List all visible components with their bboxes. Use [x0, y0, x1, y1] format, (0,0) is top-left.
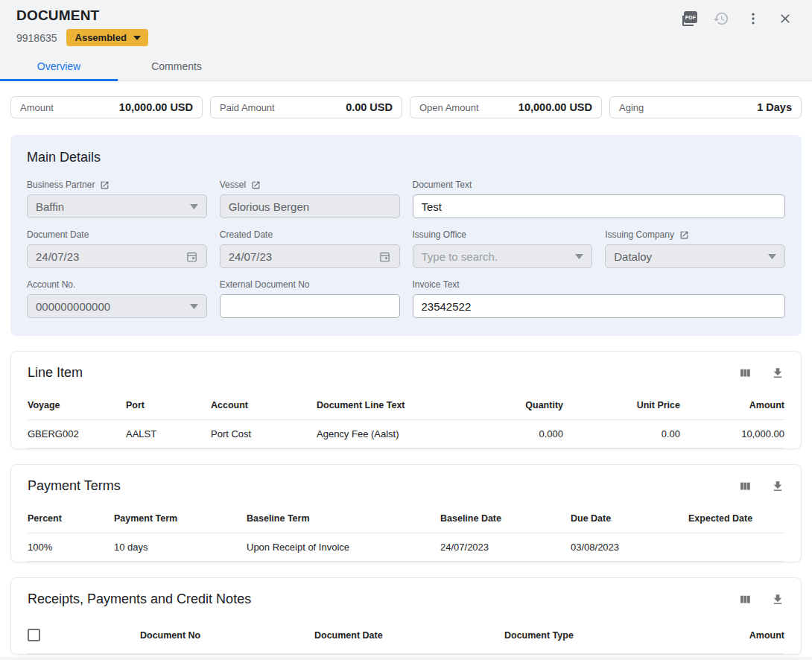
open-in-new-icon[interactable] — [679, 230, 689, 240]
column-settings-icon[interactable] — [738, 367, 752, 380]
open-in-new-icon[interactable] — [100, 180, 110, 190]
receipts-table: Document No Document Date Document Type … — [28, 618, 784, 654]
status-badge[interactable]: Assembled — [66, 29, 148, 46]
pdf-label-shape: PDF — [684, 11, 697, 23]
external-document-no-input[interactable] — [220, 294, 400, 318]
tab-bar: Overview Comments — [0, 53, 812, 81]
tab-overview[interactable]: Overview — [0, 53, 118, 80]
field-invoice-text: Invoice Text — [413, 279, 786, 318]
col-header-document-line-text: Document Line Text — [317, 392, 444, 420]
cell-port: AALST — [126, 420, 211, 448]
section-title-receipts: Receipts, Payments and Credit Notes — [28, 591, 251, 607]
column-settings-icon[interactable] — [738, 593, 752, 606]
field-label-text: Issuing Office — [413, 229, 466, 240]
selected-value: Dataloy — [614, 250, 652, 263]
summary-card-open-amount: Open Amount 10,000.00 USD — [410, 96, 602, 118]
field-business-partner: Business Partner Baffin — [27, 180, 207, 218]
selected-value: Baffin — [36, 200, 64, 213]
status-badge-label: Assembled — [75, 32, 127, 43]
field-issuing-company: Issuing Company Dataloy — [605, 229, 785, 268]
chevron-down-icon — [768, 254, 776, 259]
tab-comments[interactable]: Comments — [118, 53, 235, 80]
calendar-icon — [185, 250, 198, 263]
close-icon[interactable] — [776, 10, 794, 28]
cell-document-line-text: Agency Fee (Aalst) — [317, 420, 444, 448]
cell-account: Port Cost — [211, 420, 317, 448]
cell-baseline-term: Upon Receipt of Invoice — [247, 533, 440, 562]
col-header-port: Port — [126, 392, 211, 420]
field-external-document-no: External Document No — [220, 279, 400, 318]
kebab-menu-icon[interactable] — [744, 10, 762, 28]
col-header-document-type: Document Type — [504, 618, 688, 654]
cell-voyage: GBERG002 — [28, 420, 126, 448]
table-row[interactable]: 100% 10 days Upon Receipt of Invoice 24/… — [28, 533, 784, 562]
history-icon[interactable] — [712, 10, 730, 28]
document-number: 9918635 — [16, 32, 57, 44]
page-footer-strip — [0, 657, 812, 660]
select-all-checkbox[interactable] — [28, 629, 40, 641]
table-row[interactable]: GBERG002 AALST Port Cost Agency Fee (Aal… — [28, 420, 784, 448]
field-created-date: Created Date 24/07/23 — [220, 229, 400, 268]
field-label-text: Document Text — [413, 180, 472, 190]
invoice-text-input[interactable] — [413, 294, 786, 318]
summary-value: 10,000.00 USD — [518, 101, 592, 113]
field-value: Glorious Bergen — [229, 200, 309, 213]
column-settings-icon[interactable] — [738, 480, 752, 493]
col-header-amount: Amount — [688, 618, 784, 654]
receipts-section: Receipts, Payments and Credit Notes Docu… — [10, 577, 802, 655]
field-label-text: Account No. — [27, 279, 75, 290]
created-date-field[interactable]: 24/07/23 — [220, 244, 400, 268]
account-no-select[interactable]: 000000000000 — [27, 294, 207, 318]
col-header-unit-price: Unit Price — [563, 392, 680, 420]
selected-value: 000000000000 — [36, 300, 110, 313]
chevron-down-icon — [190, 304, 198, 309]
placeholder-text: Type to search. — [422, 250, 498, 263]
cell-quantity: 0.000 — [444, 420, 563, 448]
document-date-field[interactable]: 24/07/23 — [27, 244, 207, 268]
vessel-field: Glorious Bergen — [220, 194, 400, 218]
col-header-baseline-date: Baseline Date — [440, 505, 571, 533]
field-label-text: Issuing Company — [605, 229, 674, 240]
col-header-amount: Amount — [680, 392, 784, 420]
field-value: 24/07/23 — [36, 250, 79, 263]
payment-terms-section: Payment Terms Percent Payment Term Basel… — [10, 464, 802, 562]
issuing-company-select[interactable]: Dataloy — [605, 244, 785, 268]
field-label-text: Vessel — [220, 180, 246, 190]
chevron-down-icon — [575, 254, 583, 259]
field-document-date: Document Date 24/07/23 — [27, 229, 207, 268]
col-header-payment-term: Payment Term — [114, 505, 247, 533]
field-label-text: Document Date — [27, 229, 89, 240]
pdf-export-icon[interactable]: PDF — [680, 10, 698, 28]
field-issuing-office: Issuing Office Type to search. — [413, 229, 593, 268]
open-in-new-icon[interactable] — [251, 180, 261, 190]
payment-terms-table: Percent Payment Term Baseline Term Basel… — [28, 505, 784, 562]
issuing-office-select[interactable]: Type to search. — [413, 244, 593, 268]
col-header-expected-date: Expected Date — [688, 505, 784, 533]
cell-due-date: 03/08/2023 — [571, 533, 688, 562]
cell-baseline-date: 24/07/2023 — [440, 533, 571, 562]
business-partner-select[interactable]: Baffin — [27, 194, 207, 218]
cell-amount: 10,000.00 — [680, 420, 784, 448]
section-title-main-details: Main Details — [27, 150, 785, 165]
cell-payment-term: 10 days — [114, 533, 247, 562]
summary-value: 1 Days — [757, 101, 792, 113]
summary-label: Aging — [619, 102, 644, 113]
download-icon[interactable] — [771, 593, 784, 606]
summary-card-paid-amount: Paid Amount 0.00 USD — [210, 96, 402, 118]
summary-card-amount: Amount 10,000.00 USD — [10, 96, 203, 118]
field-label-text: External Document No — [220, 279, 310, 290]
col-header-account: Account — [211, 392, 317, 420]
field-value: 24/07/23 — [229, 250, 272, 263]
summary-row: Amount 10,000.00 USD Paid Amount 0.00 US… — [10, 96, 802, 118]
section-title-payment-terms: Payment Terms — [28, 478, 121, 494]
document-text-input[interactable] — [413, 194, 786, 218]
col-header-document-no: Document No — [140, 618, 314, 654]
col-header-baseline-term: Baseline Term — [247, 505, 440, 533]
download-icon[interactable] — [771, 480, 784, 493]
field-account-no: Account No. 000000000000 — [27, 279, 207, 318]
summary-card-aging: Aging 1 Days — [609, 96, 802, 118]
page-title: DOCUMENT — [16, 7, 796, 24]
download-icon[interactable] — [771, 367, 784, 380]
section-title-line-item: Line Item — [28, 365, 83, 381]
summary-label: Amount — [20, 102, 54, 113]
